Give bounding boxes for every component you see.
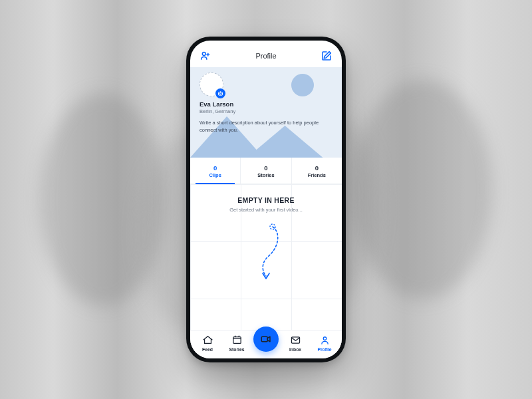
nav-record[interactable] (251, 336, 281, 352)
header-bar: Profile (190, 41, 342, 67)
content-grid: EMPTY IN HERE Get started with your firs… (190, 184, 342, 330)
svg-rect-7 (261, 336, 267, 342)
profile-cover: Eva Larson Berlin, Germany Write a short… (190, 67, 342, 158)
hint-arrow-icon (246, 223, 286, 283)
friends-count: 0 (292, 164, 342, 172)
svg-point-0 (202, 53, 205, 56)
nav-inbox[interactable]: Inbox (281, 334, 310, 352)
user-bio[interactable]: Write a short description about yourself… (200, 120, 332, 134)
avatar[interactable] (200, 72, 223, 96)
tab-friends[interactable]: 0 Friends (291, 158, 342, 184)
clips-count: 0 (190, 164, 240, 172)
bottom-nav: Feed Stories (190, 330, 342, 358)
clips-label: Clips (190, 172, 240, 178)
nav-profile[interactable]: Profile (310, 334, 339, 352)
profile-text: Eva Larson Berlin, Germany Write a short… (200, 100, 332, 134)
app-screen: Profile (190, 41, 342, 358)
tab-stories[interactable]: 0 Stories (240, 158, 291, 184)
stories-label: Stories (241, 172, 291, 178)
nav-feed-label: Feed (202, 347, 213, 352)
empty-state: EMPTY IN HERE Get started with your firs… (190, 196, 342, 213)
tab-clips[interactable]: 0 Clips (190, 158, 240, 184)
svg-point-4 (219, 93, 221, 94)
record-button[interactable] (253, 327, 279, 352)
stats-tabs: 0 Clips 0 Stories 0 Friends (190, 158, 342, 184)
nav-stories[interactable]: Stories (222, 334, 251, 352)
user-name: Eva Larson (200, 100, 332, 108)
nav-profile-label: Profile (317, 347, 331, 352)
camera-badge-icon[interactable] (215, 88, 225, 98)
page-title: Profile (255, 52, 276, 60)
edit-icon[interactable] (321, 50, 332, 62)
user-location: Berlin, Germany (200, 108, 332, 114)
cover-placeholder-sun (291, 74, 314, 96)
svg-rect-6 (233, 337, 240, 344)
nav-stories-label: Stories (229, 347, 244, 352)
empty-subtitle: Get started with your first video... (190, 207, 342, 213)
svg-point-9 (323, 337, 327, 340)
add-friend-icon[interactable] (200, 50, 211, 62)
empty-title: EMPTY IN HERE (190, 196, 342, 204)
stories-count: 0 (241, 164, 291, 172)
friends-label: Friends (292, 172, 342, 178)
nav-feed[interactable]: Feed (193, 334, 222, 352)
nav-inbox-label: Inbox (289, 347, 301, 352)
phone-frame: Profile (186, 37, 346, 362)
